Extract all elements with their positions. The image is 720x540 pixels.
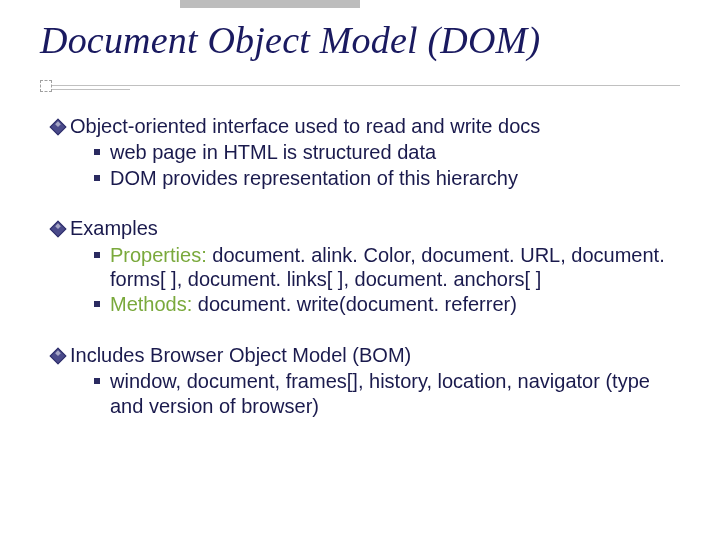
sub-item: web page in HTML is structured data xyxy=(110,140,680,164)
diamond-bullet-icon xyxy=(50,221,67,238)
sub-item: Methods: document. write(document. refer… xyxy=(110,292,680,316)
rule-long xyxy=(40,85,680,86)
sub-list: web page in HTML is structured data DOM … xyxy=(70,140,680,190)
diamond-bullet-icon xyxy=(50,347,67,364)
bullet-item: Includes Browser Object Model (BOM) wind… xyxy=(70,343,680,418)
square-bullet-icon xyxy=(94,252,100,258)
bullet-item: Examples Properties: document. alink. Co… xyxy=(70,216,680,317)
sub-item: window, document, frames[], history, loc… xyxy=(110,369,680,418)
sub-list: window, document, frames[], history, loc… xyxy=(70,369,680,418)
bullet-item: Object-oriented interface used to read a… xyxy=(70,114,680,190)
square-bullet-icon xyxy=(94,149,100,155)
sub-label: Properties: xyxy=(110,244,207,266)
bullet-lead: Includes Browser Object Model (BOM) xyxy=(70,343,680,367)
sub-label: Methods: xyxy=(110,293,192,315)
sub-item: Properties: document. alink. Color, docu… xyxy=(110,243,680,292)
slide: Document Object Model (DOM) Object-orien… xyxy=(0,0,720,540)
rule-ornament xyxy=(40,80,52,92)
sub-text: window, document, frames[], history, loc… xyxy=(110,370,650,416)
top-shadow-bar xyxy=(180,0,360,8)
bullet-lead: Examples xyxy=(70,216,680,240)
rule-short xyxy=(40,89,130,90)
bullet-lead: Object-oriented interface used to read a… xyxy=(70,114,680,138)
slide-title: Document Object Model (DOM) xyxy=(40,20,700,62)
square-bullet-icon xyxy=(94,175,100,181)
slide-body: Object-oriented interface used to read a… xyxy=(70,114,680,418)
sub-text: DOM provides representation of this hier… xyxy=(110,167,518,189)
sub-item: DOM provides representation of this hier… xyxy=(110,166,680,190)
sub-list: Properties: document. alink. Color, docu… xyxy=(70,243,680,317)
square-bullet-icon xyxy=(94,378,100,384)
diamond-bullet-icon xyxy=(50,119,67,136)
square-bullet-icon xyxy=(94,301,100,307)
sub-text: web page in HTML is structured data xyxy=(110,141,436,163)
sub-text: document. write(document. referrer) xyxy=(192,293,517,315)
